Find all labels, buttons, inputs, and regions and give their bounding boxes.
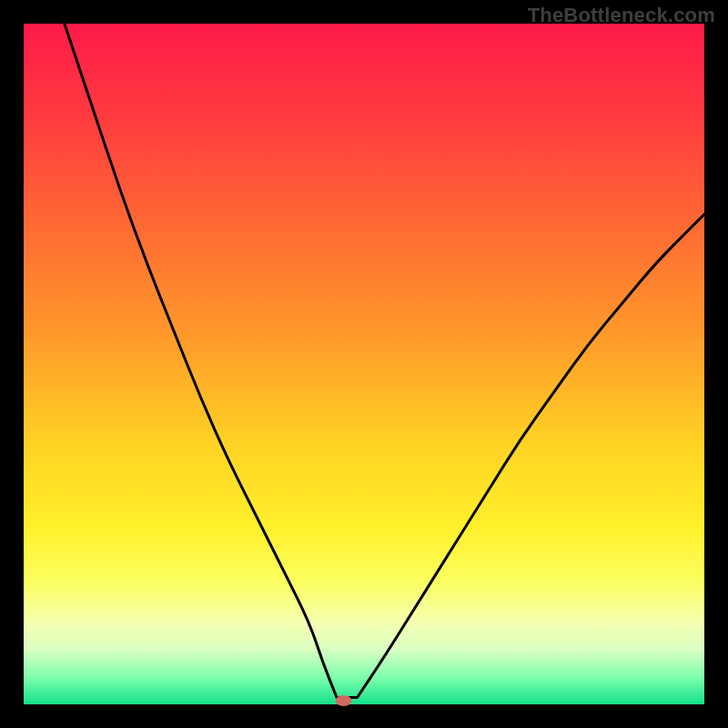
- curve-path: [65, 24, 704, 698]
- plot-area: [24, 24, 704, 704]
- bottleneck-curve: [24, 24, 704, 704]
- watermark-text: TheBottleneck.com: [528, 4, 715, 27]
- optimum-marker: [336, 695, 352, 706]
- chart-frame: TheBottleneck.com: [0, 0, 728, 728]
